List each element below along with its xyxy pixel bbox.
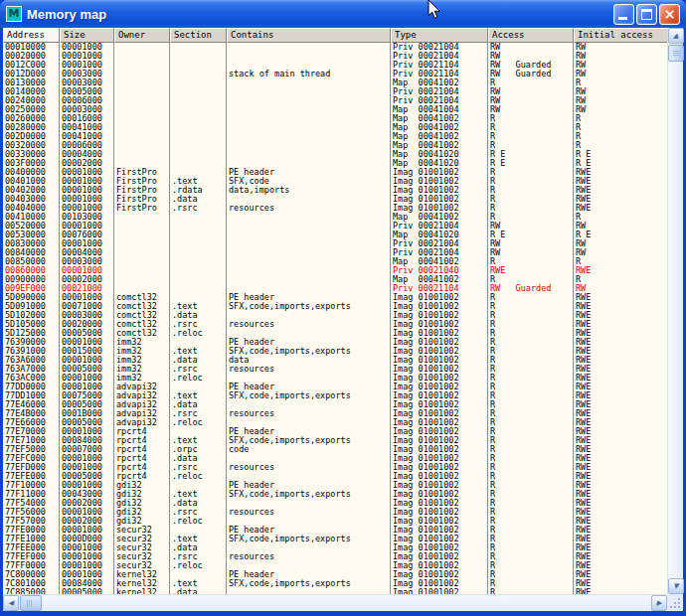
scroll-left-button[interactable]: ◀: [3, 595, 19, 611]
table-row[interactable]: 0040400000001000FirstPro.rsrcresourcesIm…: [3, 204, 667, 213]
table-row[interactable]: 0012D00000003000stack of main threadPriv…: [3, 70, 667, 78]
titlebar[interactable]: M Memory map ×: [0, 0, 686, 28]
table-row[interactable]: 0052000000001000Priv 00021004RWRW: [3, 222, 667, 231]
cell-contains: [227, 114, 391, 123]
table-row[interactable]: 763A600000001000imm32.datadataImag 01001…: [3, 356, 667, 365]
table-row[interactable]: 77E7000000001000rpcrt4PE headerImag 0100…: [3, 427, 667, 436]
column-header-initial-access[interactable]: Initial access: [574, 28, 667, 43]
table-row[interactable]: 7C80000000001000kernel32PE headerImag 01…: [3, 570, 667, 579]
table-row[interactable]: 0084000000004000Priv 00021004RWRW: [3, 248, 667, 257]
scroll-up-button[interactable]: ▲: [668, 28, 684, 44]
cell-address: 002D0000: [3, 132, 60, 141]
cell-initial_access: RWE: [574, 481, 667, 490]
table-row[interactable]: 5D10500000020000comctl32.rsrcresourcesIm…: [3, 320, 667, 329]
table-row[interactable]: 77E7100000084000rpcrt4.textSFX,code,impo…: [3, 436, 667, 445]
cell-section: .reloc: [170, 374, 227, 383]
minimize-button[interactable]: [613, 4, 634, 25]
scroll-down-button[interactable]: ▼: [668, 578, 684, 594]
table-row[interactable]: 0024000000006000Priv 00021004RWRW: [3, 96, 667, 105]
table-row[interactable]: 0083000000001000Priv 00021004RWRW: [3, 239, 667, 248]
table-body: 0001000000001000Priv 00021004RWRW0002000…: [3, 43, 667, 594]
cell-section: .reloc: [170, 329, 227, 338]
table-row[interactable]: 77E6600000005000advapi32.relocImag 01001…: [3, 418, 667, 427]
table-row[interactable]: 0012C00000001000Priv 00021104RW GuardedR…: [3, 61, 667, 70]
column-header-address[interactable]: Address: [3, 28, 60, 43]
table-header-row: Address Size Owner Section Contains Type…: [3, 28, 667, 43]
vertical-scroll-thumb[interactable]: [668, 45, 684, 62]
column-header-contains[interactable]: Contains: [227, 28, 391, 43]
table-row[interactable]: 0090000000002000Map 00041002RR: [3, 275, 667, 284]
table-row[interactable]: 77DD000000001000advapi32PE headerImag 01…: [3, 383, 667, 391]
cell-address: 5D102000: [3, 311, 60, 320]
table-row[interactable]: 0028000000041000Map 00041002RR: [3, 123, 667, 132]
table-row[interactable]: 77F1100000043000gdi32.textSFX,code,impor…: [3, 490, 667, 499]
cell-type: Imag 01001002: [391, 517, 488, 526]
table-row[interactable]: 77E4B0000001B000advapi32.rsrcresourcesIm…: [3, 409, 667, 418]
table-row[interactable]: 77FEF00000001000secur32.rsrcresourcesIma…: [3, 552, 667, 561]
cell-access: R: [488, 508, 574, 517]
horizontal-scrollbar[interactable]: ◀ ▶: [3, 594, 667, 611]
table-row[interactable]: 0013000000003000Map 00041002RR: [3, 78, 667, 87]
column-header-section[interactable]: Section: [170, 28, 227, 43]
table-row[interactable]: 77F5600000001000gdi32.rsrcresourcesImag …: [3, 508, 667, 517]
column-header-type[interactable]: Type: [391, 28, 488, 43]
table-row[interactable]: 5D10200000003000comctl32.dataImag 010010…: [3, 311, 667, 320]
table-row[interactable]: 5D12500000005000comctl32.relocImag 01001…: [3, 329, 667, 338]
table-row[interactable]: 77DD100000075000advapi32.textSFX,code,im…: [3, 391, 667, 400]
column-header-owner[interactable]: Owner: [114, 28, 170, 43]
table-row[interactable]: 77FE000000001000secur32PE headerImag 010…: [3, 526, 667, 535]
table-row[interactable]: 0040300000001000FirstPro.dataImag 010010…: [3, 195, 667, 204]
table-row[interactable]: 77EFC00000001000rpcrt4.dataImag 01001002…: [3, 454, 667, 463]
table-row[interactable]: 77EFE00000005000rpcrt4.relocImag 0100100…: [3, 472, 667, 481]
cell-owner: FirstPro: [114, 186, 170, 195]
table-row[interactable]: 763A700000005000imm32.rsrcresourcesImag …: [3, 365, 667, 374]
table-row[interactable]: 0032000000006000Map 00041002RR: [3, 141, 667, 150]
table-row[interactable]: 0026000000016000Map 00041002RR: [3, 114, 667, 123]
table-row[interactable]: 77F1000000001000gdi32PE headerImag 01001…: [3, 481, 667, 490]
table-row[interactable]: 0040000000001000FirstProPE headerImag 01…: [3, 168, 667, 177]
close-button[interactable]: ×: [659, 4, 680, 25]
vertical-scrollbar[interactable]: ▲ ▼: [667, 28, 683, 594]
table-row[interactable]: 77E4600000005000advapi32.dataImag 010010…: [3, 400, 667, 409]
column-header-size[interactable]: Size: [60, 28, 114, 43]
window-resize-grip[interactable]: [667, 594, 683, 611]
table-row[interactable]: 0041000000103000Map 00041002RR: [3, 213, 667, 222]
column-header-access[interactable]: Access: [488, 28, 574, 43]
table-row[interactable]: 77FE10000000D000secur32.textSFX,code,imp…: [3, 535, 667, 543]
scroll-right-button[interactable]: ▶: [651, 595, 667, 611]
cell-section: [170, 132, 227, 141]
table-row[interactable]: 0001000000001000Priv 00021004RWRW: [3, 43, 667, 52]
table-row[interactable]: 0086000000001000Priv 00021040RWERWE: [3, 266, 667, 275]
table-row[interactable]: 5D09000000001000comctl32PE headerImag 01…: [3, 293, 667, 302]
cell-initial_access: R: [574, 275, 667, 284]
table-row[interactable]: 0040100000001000FirstPro.textSFX,codeIma…: [3, 177, 667, 186]
table-row[interactable]: 77F5700000002000gdi32.relocImag 01001002…: [3, 517, 667, 526]
table-row[interactable]: 7639000000001000imm32PE headerImag 01001…: [3, 338, 667, 347]
cell-contains: PE header: [227, 526, 391, 535]
table-row[interactable]: 009EF00000021000Priv 00021104RW GuardedR…: [3, 284, 667, 293]
table-row[interactable]: 77F5400000002000gdi32.dataImag 01001002R…: [3, 499, 667, 508]
table-row[interactable]: 77FEE00000001000secur32.dataImag 0100100…: [3, 543, 667, 552]
table-row[interactable]: 002D000000041000Map 00041002RR: [3, 132, 667, 141]
table-row[interactable]: 7C80100000084000kernel32.textSFX,code,im…: [3, 579, 667, 588]
maximize-button[interactable]: [636, 4, 657, 25]
cell-access: R: [488, 454, 574, 463]
table-row[interactable]: 77EF500000007000rpcrt4.orpccodeImag 0100…: [3, 445, 667, 454]
table-row[interactable]: 763AC00000001000imm32.relocImag 01001002…: [3, 374, 667, 383]
table-row[interactable]: 0040200000001000FirstPro.rdatadata,impor…: [3, 186, 667, 195]
table-row[interactable]: 0014000000005000Priv 00021004RWRW: [3, 87, 667, 96]
table-row[interactable]: 0085000000003000Map 00041002RR: [3, 257, 667, 266]
cell-initial_access: RWE: [574, 552, 667, 561]
table-row[interactable]: 77FF000000001000secur32.relocImag 010010…: [3, 561, 667, 570]
table-row[interactable]: 003F000000002000Map 00041020R ER E: [3, 159, 667, 168]
table-row[interactable]: 77EFD00000001000rpcrt4.rsrcresourcesImag…: [3, 463, 667, 472]
table-row[interactable]: 5D09100000071000comctl32.textSFX,code,im…: [3, 302, 667, 311]
table-row[interactable]: 0025000000003000Map 00041004RWRW: [3, 105, 667, 114]
horizontal-scroll-thumb[interactable]: [20, 595, 42, 611]
table-row[interactable]: 0033000000004000Map 00041020R ER E: [3, 150, 667, 159]
cell-type: Imag 01001002: [391, 356, 488, 365]
table-row[interactable]: 7639100000015000imm32.textSFX,code,impor…: [3, 347, 667, 356]
cell-address: 77E66000: [3, 418, 60, 427]
table-row[interactable]: 0002000000001000Priv 00021004RWRW: [3, 52, 667, 61]
table-row[interactable]: 0053000000076000Map 00041020R ER E: [3, 231, 667, 239]
